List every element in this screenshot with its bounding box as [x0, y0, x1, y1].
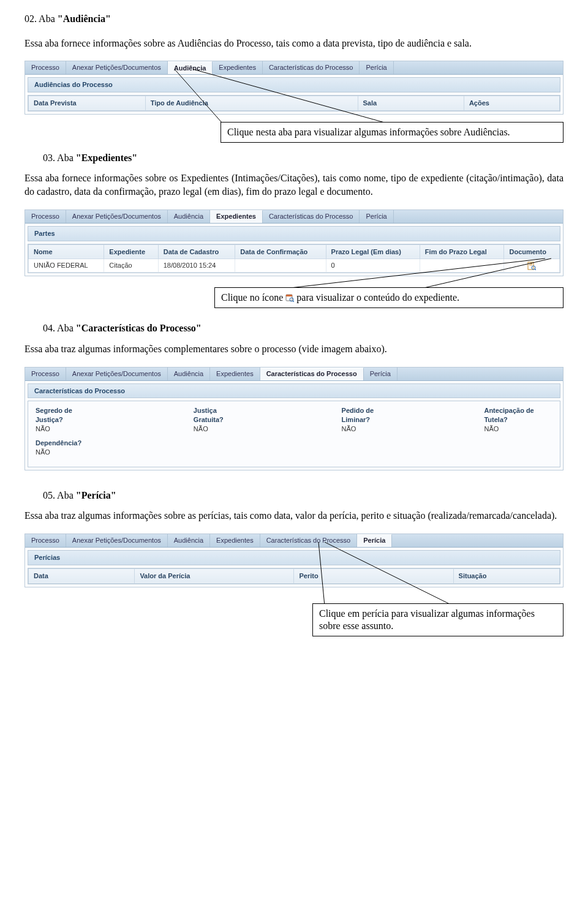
val-gratuita: NÃO [194, 424, 244, 434]
tab-audiencia-4[interactable]: Audiência [168, 534, 210, 547]
tab-pericia-2[interactable]: Perícia [360, 210, 393, 223]
val-liminar: NÃO [342, 424, 399, 434]
tab-expedientes[interactable]: Expedientes [213, 61, 263, 74]
sec03-para: Essa aba fornece informações sobre os Ex… [24, 172, 564, 198]
lbl-liminar: Pedido de Liminar? [342, 406, 399, 424]
val-tutela: NÃO [484, 424, 552, 434]
tabs-expedientes: Processo Anexar Petições/Documentos Audi… [25, 210, 563, 224]
tab-expedientes-3[interactable]: Expedientes [210, 368, 260, 380]
tab-processo-4[interactable]: Processo [25, 534, 66, 547]
col-perito: Perito [294, 568, 453, 583]
tab-audiencia-2[interactable]: Audiência [168, 210, 210, 223]
sec03-heading-prefix: 03. Aba [43, 153, 76, 163]
panel-title-pericias: Perícias [28, 550, 560, 565]
tab-audiencia[interactable]: Audiência [168, 61, 213, 74]
tab-processo-2[interactable]: Processo [25, 210, 66, 223]
col-sala: Sala [358, 96, 464, 111]
tab-expedientes-4[interactable]: Expedientes [210, 534, 260, 547]
calendar-search-icon [285, 293, 294, 301]
val-dependencia: NÃO [36, 448, 81, 457]
col-confirm: Data de Confirmação [235, 244, 326, 259]
sec03-heading: 03. Aba "Expedientes" [43, 151, 564, 165]
callout-pericia-text: Clique em perícia para visualizar alguma… [319, 608, 535, 631]
document-icon[interactable] [527, 262, 536, 270]
sec02-para: Essa aba fornece informações sobre as Au… [24, 37, 564, 50]
field-gratuita: Justiça Gratuita? NÃO [194, 406, 244, 434]
col-situacao: Situação [453, 568, 559, 583]
tab-expedientes-2[interactable]: Expedientes [210, 210, 263, 223]
sec05-para: Essa aba traz algumas informações sobre … [24, 509, 564, 522]
callout-exp-before: Clique no ícone [221, 292, 285, 303]
tab-anexar-4[interactable]: Anexar Petições/Documentos [66, 534, 168, 547]
svg-rect-4 [529, 265, 532, 265]
characteristics-body: Segredo de Justiça? NÃO Justiça Gratuita… [28, 401, 560, 466]
col-acoes: Ações [464, 96, 559, 111]
tab-processo-3[interactable]: Processo [25, 368, 66, 380]
cell-prazo: 0 [326, 259, 420, 273]
sec05-heading-prefix: 05. Aba [43, 490, 76, 500]
table-audiencias: Data Prevista Tipo de Audiência Sala Açõ… [28, 96, 560, 111]
cell-expediente: Citação [104, 259, 158, 273]
svg-rect-3 [529, 263, 532, 264]
sec05-heading-quoted: "Perícia" [76, 490, 116, 500]
field-tutela: Antecipação de Tutela? NÃO [484, 406, 552, 434]
cell-nome: UNIÃO FEDERAL [29, 259, 104, 273]
tabs-pericia: Processo Anexar Petições/Documentos Audi… [25, 534, 563, 548]
sec03-heading-quoted: "Expedientes" [76, 153, 137, 163]
tab-caracteristicas-3[interactable]: Características do Processo [260, 368, 364, 380]
tab-pericia-3[interactable]: Perícia [364, 368, 398, 380]
panel-pericia: Processo Anexar Petições/Documentos Audi… [24, 534, 564, 587]
tab-anexar-2[interactable]: Anexar Petições/Documentos [66, 210, 168, 223]
tab-audiencia-3[interactable]: Audiência [168, 368, 210, 380]
tab-caracteristicas-2[interactable]: Características do Processo [263, 210, 360, 223]
tab-anexar[interactable]: Anexar Petições/Documentos [66, 61, 168, 74]
sec02-heading-quoted: "Audiência" [58, 13, 111, 24]
col-prazo: Prazo Legal (Em dias) [326, 244, 420, 259]
col-cadastro: Data de Cadastro [158, 244, 235, 259]
lbl-dependencia: Dependência? [36, 439, 81, 448]
field-liminar: Pedido de Liminar? NÃO [342, 406, 399, 434]
tab-pericia[interactable]: Perícia [360, 61, 393, 74]
lbl-tutela: Antecipação de Tutela? [484, 406, 552, 424]
field-dependencia: Dependência? NÃO [36, 439, 81, 457]
cell-fim-prazo [420, 259, 504, 273]
sec02-heading-prefix: 02. Aba [24, 13, 58, 24]
cell-cadastro: 18/08/2010 15:24 [158, 259, 235, 273]
sec05-heading: 05. Aba "Perícia" [43, 489, 564, 502]
tab-anexar-3[interactable]: Anexar Petições/Documentos [66, 368, 168, 380]
sec04-heading-prefix: 04. Aba [43, 323, 76, 333]
panel-caracteristicas: Processo Anexar Petições/Documentos Audi… [24, 367, 564, 470]
tab-caracteristicas-4[interactable]: Características do Processo [260, 534, 358, 547]
callout-pericia: Clique em perícia para visualizar alguma… [312, 603, 564, 636]
panel-title-partes: Partes [28, 226, 560, 241]
callout-aud-text: Clique nesta aba para visualizar algumas… [227, 127, 510, 137]
svg-rect-10 [286, 295, 292, 296]
val-segredo: NÃO [36, 424, 96, 434]
field-segredo: Segredo de Justiça? NÃO [36, 406, 96, 434]
col-data: Data [29, 568, 135, 583]
tabs-caracteristicas: Processo Anexar Petições/Documentos Audi… [25, 368, 563, 381]
sec04-heading: 04. Aba "Características do Processo" [43, 322, 564, 335]
panel-title-audiencias: Audiências do Processo [28, 77, 560, 92]
tab-processo[interactable]: Processo [25, 61, 66, 74]
table-row: UNIÃO FEDERAL Citação 18/08/2010 15:24 0 [29, 259, 560, 273]
col-expediente: Expediente [104, 244, 158, 259]
table-partes: Nome Expediente Data de Cadastro Data de… [28, 244, 560, 273]
sec04-para: Essa aba traz algumas informações comple… [24, 342, 564, 356]
sec02-heading: 02. Aba "Audiência" [24, 12, 564, 26]
col-fim-prazo: Fim do Prazo Legal [420, 244, 504, 259]
panel-expedientes: Processo Anexar Petições/Documentos Audi… [24, 209, 564, 277]
tabs-audiencia: Processo Anexar Petições/Documentos Audi… [25, 61, 563, 75]
callout-aud: Clique nesta aba para visualizar algumas… [221, 122, 564, 143]
tab-pericia-4[interactable]: Perícia [357, 534, 392, 547]
cell-doc[interactable] [504, 259, 560, 273]
sec04-heading-quoted: "Características do Processo" [76, 323, 202, 333]
col-data-prevista: Data Prevista [29, 96, 146, 111]
svg-line-6 [535, 269, 536, 270]
cell-confirm [235, 259, 326, 273]
callout-exp-after: para visualizar o conteúdo do expediente… [296, 292, 459, 303]
col-nome: Nome [29, 244, 104, 259]
table-pericias: Data Valor da Perícia Perito Situação [28, 568, 560, 584]
lbl-gratuita: Justiça Gratuita? [194, 406, 244, 424]
tab-caracteristicas[interactable]: Características do Processo [263, 61, 360, 74]
